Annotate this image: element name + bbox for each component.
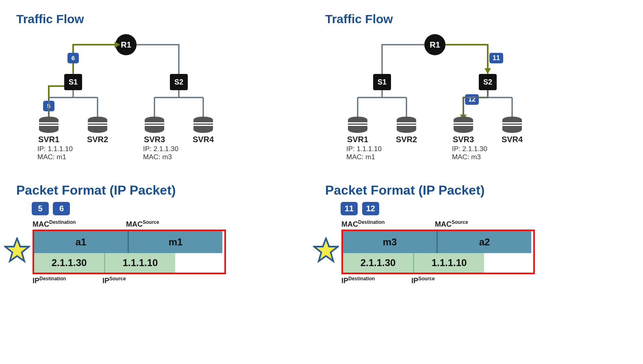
svr1-ip: IP: 1.1.1.10 <box>37 145 73 153</box>
hop-badge: 6 <box>53 202 70 215</box>
server-icon <box>39 117 59 133</box>
mac-header-labels: MACDestination MACSource <box>33 219 276 229</box>
svr2-label: SVR2 <box>396 135 417 144</box>
svg-text:S1: S1 <box>378 78 387 86</box>
svg-rect-15 <box>39 125 59 126</box>
svg-text:S2: S2 <box>174 78 183 86</box>
switch-s1: S1 <box>64 74 82 90</box>
mac-dst-cell: m3 <box>343 231 438 253</box>
mac-dst-cell: a1 <box>34 231 129 253</box>
svg-rect-57 <box>454 125 473 126</box>
svg-rect-29 <box>193 122 213 124</box>
svg-rect-19 <box>88 122 107 124</box>
packet-format-title: Packet Format (IP Packet) <box>16 183 276 198</box>
server-icon <box>454 117 473 133</box>
hop-marker-6: 6 <box>67 53 79 63</box>
svg-point-60 <box>502 126 522 133</box>
svg-rect-30 <box>193 125 213 126</box>
star-icon <box>313 237 339 263</box>
mac-header-labels: MACDestination MACSource <box>341 219 585 229</box>
svg-text:11: 11 <box>493 54 500 61</box>
svr2-label: SVR2 <box>87 135 108 144</box>
server-icon <box>193 117 213 133</box>
svr3-ip: IP: 2.1.1.30 <box>452 145 487 153</box>
svg-point-23 <box>145 126 164 133</box>
svr3-mac: MAC: m3 <box>143 153 172 161</box>
svg-point-55 <box>454 126 473 133</box>
mac-src-cell: a2 <box>438 231 531 253</box>
svg-rect-61 <box>502 122 522 124</box>
svg-rect-24 <box>145 122 164 124</box>
hop-badges: 5 6 <box>32 202 276 215</box>
svr3-mac: MAC: m3 <box>452 153 481 161</box>
svg-rect-25 <box>145 125 164 126</box>
svg-rect-46 <box>348 122 367 124</box>
server-icon <box>502 117 522 133</box>
ip-dst-cell: 2.1.1.30 <box>34 253 105 273</box>
svg-rect-14 <box>39 122 59 124</box>
router-label: R1 <box>121 40 131 49</box>
svg-marker-33 <box>484 68 491 74</box>
svr1-label: SVR1 <box>347 135 368 144</box>
svg-text:S1: S1 <box>69 78 78 86</box>
traffic-flow-title: Traffic Flow <box>325 12 585 26</box>
svg-rect-56 <box>454 122 473 124</box>
svg-point-28 <box>193 126 213 133</box>
server-icon <box>348 117 367 133</box>
svg-rect-51 <box>397 122 416 124</box>
hop-badge: 5 <box>32 202 49 215</box>
star-icon <box>4 237 30 263</box>
topology-diagram: R1 11 12 S1 S2 <box>325 28 553 167</box>
svg-point-45 <box>348 126 367 133</box>
svg-text:6: 6 <box>72 54 75 61</box>
server-icon <box>88 117 107 133</box>
svg-point-13 <box>39 126 59 133</box>
packet-box: m3 a2 2.1.1.30 1.1.1.10 <box>341 230 535 274</box>
server-icon <box>397 117 416 133</box>
packet-format-title: Packet Format (IP Packet) <box>325 183 585 198</box>
svg-point-50 <box>397 126 416 133</box>
svr1-ip: IP: 1.1.1.10 <box>346 145 382 153</box>
svg-marker-31 <box>5 238 29 261</box>
hop-marker-11: 11 <box>489 53 503 63</box>
svr1-mac: MAC: m1 <box>37 153 66 161</box>
server-icon <box>145 117 164 133</box>
ip-header-labels: IPDestination IPSource <box>33 276 276 285</box>
svr1-mac: MAC: m1 <box>346 153 375 161</box>
mac-src-cell: m1 <box>129 231 222 253</box>
diagram-row: Traffic Flow R1 5 6 <box>16 12 627 285</box>
svg-marker-63 <box>314 238 338 261</box>
svr1-label: SVR1 <box>38 135 59 144</box>
svr3-ip: IP: 2.1.1.30 <box>143 145 178 153</box>
hop-badge: 11 <box>341 202 358 215</box>
svg-rect-62 <box>502 125 522 126</box>
hop-badge: 12 <box>362 202 379 215</box>
switch-s2: S2 <box>170 74 188 90</box>
switch-s2: S2 <box>479 74 497 90</box>
svg-text:S2: S2 <box>483 78 492 86</box>
svr4-label: SVR4 <box>193 135 214 144</box>
svg-point-18 <box>88 126 107 133</box>
ip-header-labels: IPDestination IPSource <box>341 276 585 285</box>
ip-dst-cell: 2.1.1.30 <box>343 253 414 273</box>
hop-marker-12: 12 <box>465 94 479 105</box>
ip-src-cell: 1.1.1.10 <box>105 253 175 273</box>
svr3-label: SVR3 <box>144 135 165 144</box>
topology-diagram: R1 5 6 S1 <box>16 28 244 167</box>
svg-rect-52 <box>397 125 416 126</box>
traffic-flow-title: Traffic Flow <box>16 12 276 26</box>
svg-rect-20 <box>88 125 107 126</box>
router-label: R1 <box>430 40 440 49</box>
svg-rect-47 <box>348 125 367 126</box>
hop-badges: 11 12 <box>341 202 585 215</box>
packet-box: a1 m1 2.1.1.30 1.1.1.10 <box>33 230 226 274</box>
ip-src-cell: 1.1.1.10 <box>414 253 484 273</box>
svr3-label: SVR3 <box>453 135 474 144</box>
panel-left: Traffic Flow R1 5 6 <box>16 12 276 285</box>
panel-right: Traffic Flow R1 11 12 <box>325 12 585 285</box>
svr4-label: SVR4 <box>502 135 523 144</box>
switch-s1: S1 <box>373 74 391 90</box>
